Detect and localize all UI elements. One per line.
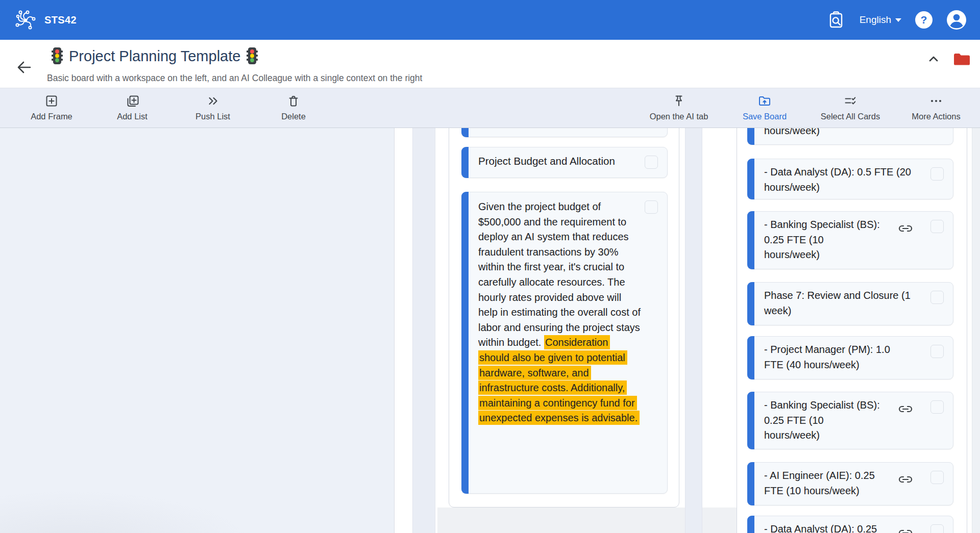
help-button[interactable]: ? xyxy=(915,11,933,29)
select-all-cards-button[interactable]: Select All Cards xyxy=(807,94,893,121)
traffic-light-icon xyxy=(51,47,63,65)
card-data-analyst-05[interactable]: - Data Analyst (DA): 0.5 FTE (20 hours/w… xyxy=(747,159,953,199)
add-list-button[interactable]: Add List xyxy=(92,94,173,121)
ellipsis-icon xyxy=(929,94,943,108)
card-checkbox[interactable] xyxy=(930,167,944,181)
board-toolbar: Add Frame Add List Push List Delete Open… xyxy=(0,88,980,128)
empty-lane xyxy=(685,128,702,533)
button-label: Push List xyxy=(195,112,230,121)
checklist-icon xyxy=(844,94,857,108)
card-text: Project Budget and Allocation xyxy=(462,147,667,175)
card-budget-title[interactable]: Project Budget and Allocation xyxy=(461,147,668,178)
right-list-frame: hours/week) - Data Analyst (DA): 0.5 FTE… xyxy=(737,128,967,533)
user-avatar[interactable] xyxy=(946,10,967,30)
card-banking-specialist-2[interactable]: - Banking Specialist (BS): 0.25 FTE (10 … xyxy=(747,392,953,449)
card-checkbox[interactable] xyxy=(930,471,944,484)
link-icon[interactable] xyxy=(898,527,913,533)
button-label: Add List xyxy=(117,112,148,121)
card-checkbox[interactable] xyxy=(930,220,944,233)
toolbar-right-group: Open the AI tab Save Board Select All Ca… xyxy=(636,94,979,121)
card-checkbox[interactable] xyxy=(930,400,944,414)
card-banking-specialist-1[interactable]: - Banking Specialist (BS): 0.25 FTE (10 … xyxy=(747,211,953,269)
folder-upload-icon xyxy=(758,94,771,108)
app-logo-icon xyxy=(13,8,38,32)
highlighted-text: Consideration should also be given to po… xyxy=(478,335,640,425)
push-list-icon xyxy=(206,94,219,108)
board-search-icon[interactable] xyxy=(826,10,846,30)
card-text: - Data Analyst (DA): 0.5 FTE (20 hours/w… xyxy=(748,159,953,200)
button-label: Save Board xyxy=(743,112,787,121)
collapse-chevron-up-icon[interactable] xyxy=(926,52,941,67)
header-actions xyxy=(926,51,972,67)
card-partial-top[interactable]: hours/week) xyxy=(747,128,953,145)
card-checkbox[interactable] xyxy=(645,200,658,214)
trash-icon xyxy=(287,94,300,108)
card-phase-7[interactable]: Phase 7: Review and Closure (1 week) xyxy=(747,282,953,325)
open-ai-tab-button[interactable]: Open the AI tab xyxy=(636,94,722,121)
card-checkbox[interactable] xyxy=(930,345,944,358)
workspace-pane[interactable] xyxy=(0,128,395,533)
card-project-manager[interactable]: - Project Manager (PM): 1.0 FTE (40 hour… xyxy=(747,336,953,379)
link-icon[interactable] xyxy=(898,474,913,485)
page-title: Project Planning Template xyxy=(69,48,240,65)
language-label: English xyxy=(860,14,891,26)
save-board-button[interactable]: Save Board xyxy=(722,94,807,121)
card-budget-details[interactable]: Given the project budget of $500,000 and… xyxy=(461,192,668,494)
board-subtitle: Basic board with a workspace on the left… xyxy=(47,73,422,84)
folder-icon[interactable] xyxy=(952,51,972,67)
button-label: Add Frame xyxy=(31,112,72,121)
language-selector[interactable]: English xyxy=(860,14,901,26)
board-header: Project Planning Template Basic board wi… xyxy=(0,40,980,88)
card-ai-engineer[interactable]: - AI Engineer (AIE): 0.25 FTE (10 hours/… xyxy=(747,462,953,505)
card-partial-top[interactable] xyxy=(461,128,668,137)
pin-icon xyxy=(672,94,685,108)
button-label: Open the AI tab xyxy=(650,112,708,121)
empty-lane xyxy=(412,128,435,533)
delete-button[interactable]: Delete xyxy=(253,94,334,121)
button-label: Select All Cards xyxy=(821,112,880,121)
middle-list-frame: Project Budget and Allocation Given the … xyxy=(449,128,679,507)
top-app-bar: STS42 English ? xyxy=(0,0,980,40)
chevron-down-icon xyxy=(895,18,901,22)
card-text: - Banking Specialist (BS): 0.25 FTE (10 … xyxy=(748,392,953,448)
card-text-plain: Given the project budget of $500,000 and… xyxy=(478,201,641,348)
card-text: - Data Analyst (DA): 0.25 xyxy=(748,516,953,533)
add-list-icon xyxy=(126,94,139,108)
back-button[interactable] xyxy=(15,59,33,76)
card-text: - Project Manager (PM): 1.0 FTE (40 hour… xyxy=(748,337,953,377)
push-list-button[interactable]: Push List xyxy=(173,94,253,121)
card-text: - Banking Specialist (BS): 0.25 FTE (10 … xyxy=(748,212,953,268)
vertical-scrollbar[interactable] xyxy=(972,128,980,533)
card-text: Given the project budget of $500,000 and… xyxy=(462,192,662,433)
card-text: Phase 7: Review and Closure (1 week) xyxy=(748,283,953,323)
link-icon[interactable] xyxy=(898,223,913,234)
add-frame-icon xyxy=(45,94,58,108)
more-actions-button[interactable]: More Actions xyxy=(893,94,979,121)
traffic-light-icon xyxy=(246,47,258,65)
add-frame-button[interactable]: Add Frame xyxy=(11,94,92,121)
button-label: Delete xyxy=(281,112,306,121)
card-checkbox[interactable] xyxy=(930,291,944,304)
app-name: STS42 xyxy=(44,14,77,26)
button-label: More Actions xyxy=(912,112,960,121)
link-icon[interactable] xyxy=(898,403,913,415)
card-text: hours/week) xyxy=(748,128,850,144)
topbar-actions: English ? xyxy=(826,10,967,30)
card-checkbox[interactable] xyxy=(930,524,944,533)
board-title-line: Project Planning Template xyxy=(51,47,258,65)
card-data-analyst-025-partial[interactable]: - Data Analyst (DA): 0.25 xyxy=(747,516,953,533)
board-canvas: Project Budget and Allocation Given the … xyxy=(0,128,980,533)
card-checkbox[interactable] xyxy=(645,156,658,169)
card-text: - AI Engineer (AIE): 0.25 FTE (10 hours/… xyxy=(748,463,953,503)
